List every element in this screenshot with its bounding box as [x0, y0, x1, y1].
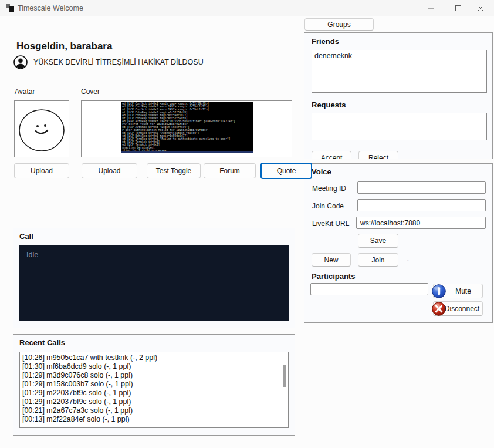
app-icon: [6, 4, 15, 12]
user-row: YÜKSEK DEVİRLİ TİTREŞİMLİ HAKİKAT DİLDOS…: [13, 55, 204, 69]
user-motto: YÜKSEK DEVİRLİ TİTREŞİMLİ HAKİKAT DİLDOS…: [33, 58, 204, 66]
requests-list[interactable]: [312, 113, 487, 140]
mute-icon: [431, 284, 446, 299]
recent-call-row[interactable]: [00:13] m2f22a84ef solo (-, 1 ppl): [20, 415, 288, 424]
reject-button[interactable]: Reject: [358, 151, 398, 159]
upload-cover-button[interactable]: Upload: [82, 163, 137, 178]
quote-button[interactable]: Quote: [260, 163, 312, 179]
disconnect-button[interactable]: Disconnect: [433, 301, 483, 316]
recent-call-row[interactable]: [01:29] m158c003b7 solo (-, 1 ppl): [20, 380, 288, 389]
recent-call-row[interactable]: [01:29] m22037bf9c solo (-, 1 ppl): [20, 389, 288, 398]
terminal-log-lines: ed [LCP ConfAck id=0x1 <auth pap> <magic…: [121, 102, 253, 153]
recent-call-row[interactable]: [10:26] m9505c1ca7 with testknk (-, 2 pp…: [20, 352, 288, 362]
voice-title: Voice: [312, 167, 331, 176]
terminal-highlight-strip: [121, 151, 253, 153]
join-code-label: Join Code: [312, 202, 344, 210]
title-bar: Timescale Welcome: [0, 0, 494, 16]
join-button[interactable]: Join: [358, 253, 398, 267]
new-button[interactable]: New: [312, 253, 351, 267]
upload-avatar-button[interactable]: Upload: [14, 163, 69, 178]
user-circle-icon: [13, 55, 28, 69]
close-icon: [478, 5, 483, 11]
avatar-image: [14, 100, 69, 157]
recent-call-row[interactable]: [00:21] m2a67c7a3c solo (-, 1 ppl): [20, 406, 288, 415]
livekit-url-label: LiveKit URL: [312, 220, 349, 228]
recent-call-row[interactable]: [01:29] m22037bf9c solo (-, 1 ppl): [20, 398, 288, 406]
avatar-label: Avatar: [15, 87, 35, 96]
accept-button[interactable]: Accept: [312, 151, 351, 159]
voice-panel: Voice Meeting ID Join Code LiveKit URL w…: [304, 163, 493, 323]
cover-image-frame: ed [LCP ConfAck id=0x1 <auth pap> <magic…: [81, 100, 292, 157]
call-title: Call: [19, 232, 33, 241]
recent-calls-list[interactable]: [10:26] m9505c1ca7 with testknk (-, 2 pp…: [19, 352, 289, 428]
call-screen: Idle: [19, 245, 289, 321]
meeting-status-dash: -: [407, 255, 409, 264]
scrollbar-thumb[interactable]: [283, 365, 286, 387]
friend-row[interactable]: denemeknk: [312, 50, 486, 62]
minimize-icon: [428, 5, 434, 11]
call-panel: Call Idle: [13, 228, 295, 328]
window-title: Timescale Welcome: [18, 4, 83, 12]
friends-title: Friends: [312, 37, 339, 46]
recent-call-row[interactable]: [01:29] m3d9c076c8 solo (-, 1 ppl): [20, 371, 288, 380]
recent-calls-title: Recent Calls: [19, 338, 65, 347]
meeting-id-input[interactable]: [357, 181, 486, 194]
participants-label: Participants: [312, 272, 355, 281]
livekit-url-input[interactable]: ws://localhost:7880: [356, 217, 486, 229]
minimize-button[interactable]: [418, 0, 445, 16]
call-status: Idle: [26, 251, 38, 259]
test-toggle-button[interactable]: Test Toggle: [147, 163, 201, 178]
friends-panel: Friends denemeknk Requests Accept Reject: [304, 32, 493, 159]
groups-button[interactable]: Groups: [304, 18, 374, 31]
cover-label: Cover: [81, 87, 100, 96]
maximize-icon: [455, 5, 461, 11]
friends-list[interactable]: denemeknk: [312, 50, 487, 93]
mute-button[interactable]: Mute: [433, 284, 483, 298]
recent-call-row[interactable]: [01:30] mf6ba6dcd9 solo (-, 1 ppl): [20, 362, 288, 371]
recent-calls-panel: Recent Calls [10:26] m9505c1ca7 with tes…: [13, 334, 295, 436]
requests-title: Requests: [312, 100, 346, 109]
meeting-id-label: Meeting ID: [312, 184, 346, 193]
participants-input[interactable]: [310, 283, 428, 295]
save-button[interactable]: Save: [358, 234, 398, 248]
forum-button[interactable]: Forum: [204, 163, 256, 178]
join-code-input[interactable]: [357, 199, 486, 211]
close-button[interactable]: [467, 0, 494, 16]
cover-image: ed [LCP ConfAck id=0x1 <auth pap> <magic…: [121, 102, 253, 153]
app-window: Timescale Welcome Hosgeldin, barabara YÜ…: [0, 0, 494, 448]
smiley-face-icon: [15, 101, 69, 157]
page-title: Hosgeldin, barabara: [16, 41, 112, 52]
